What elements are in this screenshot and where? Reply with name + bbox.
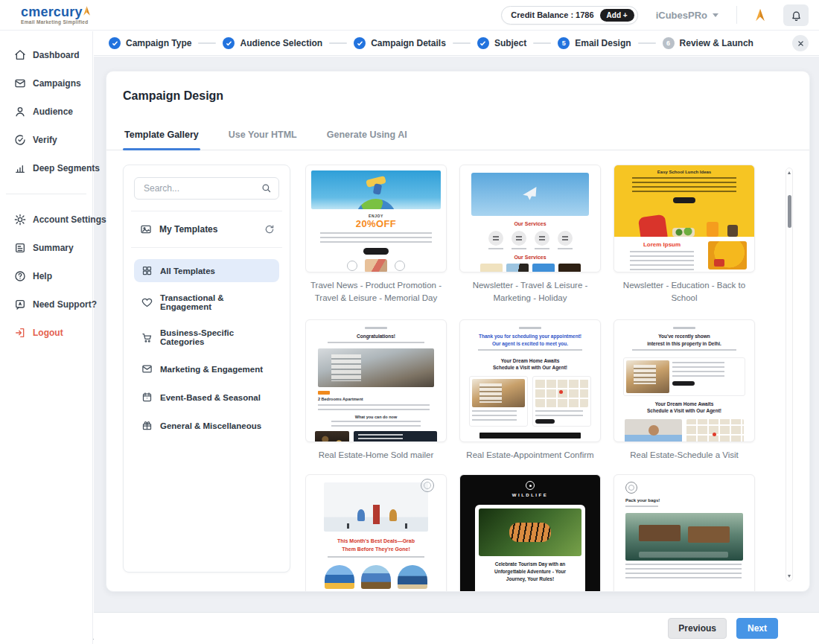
step-connector: [533, 42, 551, 44]
logo-text: cmercury: [21, 5, 83, 19]
close-wizard-button[interactable]: [792, 35, 809, 51]
template-category-panel: My Templates All Templates Transactional…: [123, 165, 290, 573]
search-input[interactable]: [134, 177, 279, 200]
preview-footer-image: [306, 259, 446, 272]
template-thumbnail-travel-promo[interactable]: ENJOY 20%OFF: [305, 165, 447, 272]
sidebar-item-audience[interactable]: Audience: [0, 98, 92, 126]
template-thumbnail-airline-newsletter[interactable]: Our Services Our Services: [459, 165, 601, 272]
previous-button[interactable]: Previous: [668, 618, 727, 639]
next-button[interactable]: Next: [736, 618, 778, 639]
template-label: Travel News - Product Promotion - Travel…: [308, 279, 444, 309]
template-thumbnail-pack-your-bags[interactable]: Pack your bags!: [614, 474, 755, 592]
template-thumbnail-appointment-confirm[interactable]: Thank you for scheduling your appointmen…: [459, 319, 601, 442]
plane-icon: [519, 183, 541, 205]
credit-balance-pill[interactable]: Credit Balance : 1786 Add +: [501, 6, 637, 25]
sidebar-item-label: Campaigns: [33, 78, 81, 89]
tab-use-your-html[interactable]: Use Your HTML: [227, 123, 299, 150]
step-label: Review & Launch: [680, 38, 753, 48]
step-connector: [329, 42, 347, 44]
sidebar-item-dashboard[interactable]: Dashboard: [0, 41, 92, 69]
scrollbar-thumb[interactable]: [788, 195, 791, 228]
template-thumbnail-back-to-school[interactable]: Easy School Lunch Ideas Lorem: [614, 165, 755, 272]
template-card: Our Services Our Services: [459, 165, 601, 309]
preview-listing-title: 2 Bedrooms Apartment: [318, 397, 434, 401]
my-templates-label: My Templates: [159, 224, 257, 235]
preview-offer-text: 20%OFF: [306, 218, 446, 229]
preview-photo-strip: [460, 264, 600, 272]
category-general-miscellaneous[interactable]: General & Miscellaneous: [134, 414, 279, 437]
sidebar-item-deep-segments[interactable]: Deep Segments: [0, 154, 92, 182]
sidebar-item-label: Audience: [33, 106, 73, 117]
question-circle-icon: [14, 270, 26, 282]
preview-logo-placeholder: [365, 327, 387, 329]
category-marketing-engagement[interactable]: Marketing & Engagement: [134, 357, 279, 380]
scroll-down-arrow-icon[interactable]: [788, 575, 791, 578]
bar-chart-icon: [14, 162, 26, 174]
grid-icon: [141, 265, 153, 276]
preview-text-lines: [625, 564, 742, 580]
preview-logo-placeholder: [673, 327, 695, 329]
step-audience-selection[interactable]: Audience Selection: [223, 37, 322, 49]
sidebar-item-help[interactable]: Help: [0, 262, 92, 290]
template-card: Easy School Lunch Ideas Lorem: [614, 165, 755, 309]
category-business-specific[interactable]: Business-Specific Categories: [134, 322, 279, 352]
step-review-launch[interactable]: 6 Review & Launch: [663, 37, 753, 49]
category-label: Transactional & Engagement: [160, 293, 272, 311]
preview-text-lines: [630, 251, 694, 270]
step-number-badge: 6: [663, 37, 675, 49]
step-subject[interactable]: Subject: [477, 37, 526, 49]
cart-icon: [141, 332, 153, 343]
preview-hero-image: [311, 170, 441, 209]
my-templates-item[interactable]: My Templates: [134, 223, 279, 236]
template-thumbnail-monthly-deals[interactable]: This Month's Best Deals—GrabThem Before …: [305, 474, 447, 592]
category-all-templates[interactable]: All Templates: [134, 259, 279, 282]
sidebar-item-verify[interactable]: Verify: [0, 126, 92, 154]
sidebar-item-label: Deep Segments: [33, 163, 100, 173]
refresh-icon[interactable]: [264, 224, 275, 235]
template-card: WILDLIFE Celebrate Tourism Day with an U…: [459, 474, 601, 592]
template-card: ENJOY 20%OFF Travel News - Product Promo…: [305, 165, 447, 309]
category-transactional-engagement[interactable]: Transactional & Engagement: [134, 287, 279, 317]
sidebar-item-summary[interactable]: Summary: [0, 234, 92, 262]
home-icon: [14, 49, 26, 61]
preview-text-lines: [478, 349, 582, 352]
header-divider: [736, 6, 737, 24]
step-check-icon: [477, 37, 489, 49]
sidebar-item-logout[interactable]: Logout: [0, 319, 92, 347]
preview-title: Thank you for scheduling your appointmen…: [460, 333, 600, 348]
preview-text-lines: [331, 421, 421, 427]
template-thumbnail-wildlife-tourism[interactable]: WILDLIFE Celebrate Tourism Day with an U…: [459, 474, 601, 592]
preview-plane-image: [471, 173, 589, 216]
sidebar-item-account-settings[interactable]: Account Settings: [0, 205, 92, 234]
preview-circle-logo: [421, 479, 434, 492]
category-event-based-seasonal[interactable]: Event-Based & Seasonal: [134, 386, 279, 409]
sidebar-item-need-support[interactable]: Need Support?: [0, 290, 92, 319]
panel-divider: [131, 211, 282, 211]
preview-backpack-image: [708, 241, 747, 270]
preview-listing-card: [623, 357, 745, 396]
preview-text-lines: [320, 232, 432, 244]
preview-title: You've recently showninterest in this pr…: [614, 333, 754, 348]
template-row: This Month's Best Deals—GrabThem Before …: [305, 474, 771, 592]
template-thumbnail-schedule-visit[interactable]: You've recently showninterest in this pr…: [614, 319, 755, 442]
heart-icon: [141, 297, 153, 308]
notifications-button[interactable]: [783, 4, 809, 26]
sidebar-item-campaigns[interactable]: Campaigns: [0, 69, 92, 98]
preview-circle-logo: [625, 482, 637, 494]
preview-section-title: Lorem Ipsum: [622, 241, 702, 248]
template-thumbnail-home-sold[interactable]: Congratulations! 2 Bedrooms Apartment Wh…: [305, 319, 447, 442]
tab-template-gallery[interactable]: Template Gallery: [123, 123, 200, 150]
add-credits-button[interactable]: Add +: [600, 9, 634, 22]
step-email-design[interactable]: 5 Email Design: [558, 37, 631, 49]
preview-yellow-section: Easy School Lunch Ideas: [614, 165, 754, 237]
gallery-scrollbar[interactable]: [785, 168, 793, 581]
step-campaign-type[interactable]: Campaign Type: [109, 37, 191, 49]
preview-destination-images: [306, 565, 446, 589]
scroll-up-arrow-icon[interactable]: [788, 171, 791, 174]
step-campaign-details[interactable]: Campaign Details: [354, 37, 446, 49]
brand-arrow-icon[interactable]: [751, 5, 770, 25]
account-dropdown[interactable]: iCubesPRo: [651, 10, 723, 21]
template-label: Newsletter - Education - Back to School: [616, 279, 752, 309]
header-actions: Credit Balance : 1786 Add + iCubesPRo: [501, 4, 809, 26]
tab-generate-using-ai[interactable]: Generate Using AI: [325, 123, 409, 150]
